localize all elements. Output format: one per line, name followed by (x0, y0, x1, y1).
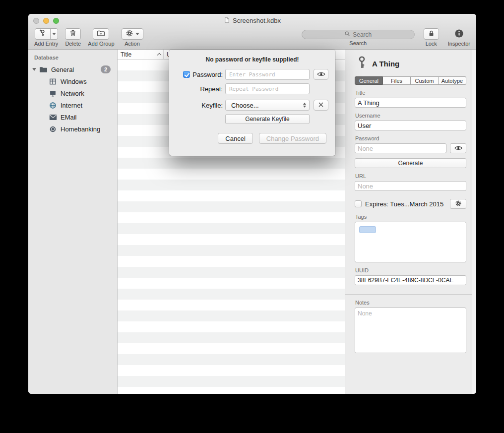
sidebar-item-homebanking[interactable]: Homebanking (28, 123, 117, 135)
sidebar-item-general[interactable]: General 2 (28, 63, 117, 75)
tab-general[interactable]: General (355, 76, 383, 85)
inspector-label: Inspector (448, 41, 470, 47)
dialog-repeat-input[interactable] (225, 83, 310, 94)
entry-count-badge: 2 (101, 65, 111, 73)
monitor-icon (49, 89, 57, 98)
sidebar-item-label: Homebanking (61, 125, 100, 133)
close-button[interactable] (33, 18, 39, 24)
add-group-button[interactable] (93, 28, 109, 40)
tab-autotype[interactable]: Autotype (439, 76, 466, 85)
popup-stepper-icon (303, 103, 306, 108)
column-title-label: Title (121, 51, 131, 58)
sidebar-section-header: Database (28, 54, 117, 63)
inspector-panel: A Thing General Files Custom Autotype Ti… (345, 50, 476, 394)
notes-field[interactable] (355, 308, 466, 353)
inspector-tabs: General Files Custom Autotype (355, 76, 466, 85)
sort-ascending-icon (157, 53, 161, 57)
column-header-title[interactable]: Title (118, 50, 164, 59)
toolbar: Add Entry Delete (28, 27, 476, 49)
expires-options-button[interactable] (450, 199, 466, 209)
minimize-button[interactable] (43, 18, 49, 24)
expires-label: Expires: Tues...March 2015 (365, 200, 443, 208)
search-placeholder: Search (353, 31, 372, 38)
envelope-icon (49, 113, 57, 122)
coin-icon (49, 125, 57, 133)
delete-label: Delete (65, 41, 81, 47)
add-entry-button[interactable] (35, 28, 51, 40)
title-field[interactable] (355, 98, 466, 108)
reveal-password-button[interactable] (450, 143, 466, 153)
tags-field-label: Tags (355, 214, 466, 220)
chevron-down-icon (52, 33, 56, 35)
dialog-reveal-password-button[interactable] (314, 69, 328, 80)
sidebar-item-network[interactable]: Network (28, 87, 117, 99)
url-field-label: URL (355, 173, 466, 179)
sidebar-item-email[interactable]: EMail (28, 111, 117, 123)
generate-keyfile-button[interactable]: Generate Keyfile (225, 114, 310, 124)
add-group-label: Add Group (88, 41, 114, 47)
folder-icon (39, 65, 48, 74)
lock-toolbar-item: Lock (424, 28, 439, 47)
chevron-down-icon (135, 33, 139, 35)
lock-button[interactable] (424, 28, 439, 40)
search-toolbar-item: Search Search (302, 28, 415, 46)
dialog-password-input[interactable] (225, 69, 310, 80)
uuid-field[interactable] (355, 275, 466, 285)
add-entry-label: Add Entry (34, 41, 58, 47)
search-input[interactable]: Search (302, 30, 415, 39)
title-field-label: Title (355, 90, 466, 96)
change-password-dialog: No password or keyfile supplied! Passwor… (169, 50, 335, 156)
close-x-icon (318, 102, 324, 109)
delete-button[interactable] (65, 28, 81, 40)
tab-custom[interactable]: Custom (411, 76, 439, 85)
zoom-button[interactable] (53, 18, 59, 24)
inspector-scrollbar[interactable] (472, 50, 476, 394)
inspector-toggle-button[interactable] (454, 29, 464, 40)
inspector-toolbar-item: Inspector (448, 28, 470, 47)
dialog-keyfile-label: Keyfile: (201, 102, 223, 109)
expires-checkbox[interactable] (355, 200, 362, 207)
username-field-label: Username (355, 113, 466, 119)
tags-field[interactable] (355, 222, 466, 262)
tab-files[interactable]: Files (383, 76, 411, 85)
gear-icon (455, 200, 462, 208)
add-group-toolbar-item: Add Group (88, 28, 114, 47)
search-icon (344, 31, 350, 38)
sidebar-item-internet[interactable]: Internet (28, 99, 117, 111)
sidebar-item-label: Internet (61, 102, 82, 109)
dialog-password-label: Password: (192, 71, 223, 78)
disclosure-triangle-icon[interactable] (32, 68, 36, 71)
uuid-field-label: UUID (355, 267, 466, 273)
password-enabled-checkbox[interactable] (183, 71, 190, 78)
keyfile-popup-value: Choose... (231, 102, 259, 109)
sidebar: Database General 2 Windows Network (28, 50, 118, 394)
password-field-label: Password (355, 135, 466, 141)
eye-icon (317, 71, 325, 78)
sidebar-item-windows[interactable]: Windows (28, 75, 117, 87)
window-title: Screenshot.kdbx (233, 17, 281, 24)
folder-plus-icon (97, 29, 105, 39)
action-button[interactable] (122, 28, 143, 40)
eye-icon (454, 145, 462, 152)
tag-chip[interactable] (359, 226, 376, 233)
key-icon (358, 56, 366, 71)
action-label: Action (125, 41, 140, 47)
globe-icon (49, 101, 57, 110)
generate-password-button[interactable]: Generate (355, 158, 466, 168)
titlebar: Screenshot.kdbx (28, 14, 476, 27)
username-field[interactable] (355, 121, 466, 130)
keyfile-popup-button[interactable]: Choose... (225, 100, 310, 111)
dialog-message: No password or keyfile supplied! (169, 56, 335, 63)
windows-icon (49, 77, 57, 86)
url-field[interactable] (355, 181, 466, 191)
lock-icon (428, 30, 435, 39)
sidebar-item-label: Network (61, 90, 84, 97)
window-chrome: Screenshot.kdbx Add (28, 14, 476, 50)
add-entry-dropdown-button[interactable] (50, 28, 58, 40)
dialog-repeat-label: Repeat: (200, 85, 223, 93)
cancel-button[interactable]: Cancel (218, 133, 252, 144)
password-field[interactable] (355, 143, 446, 153)
clear-keyfile-button[interactable] (314, 100, 328, 111)
gear-icon (126, 29, 133, 39)
sidebar-item-label: General (51, 66, 74, 73)
